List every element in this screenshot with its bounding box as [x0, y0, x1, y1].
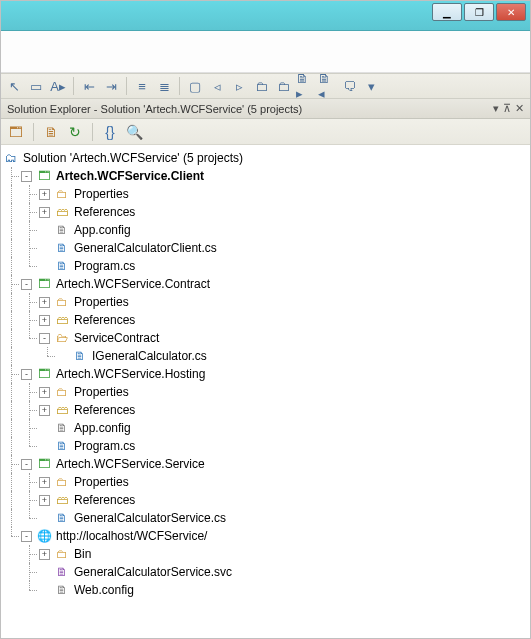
tree-guide [3, 239, 21, 257]
tree-guide [21, 293, 39, 311]
tree-item-label[interactable]: References [74, 203, 135, 221]
expand-toggle[interactable]: + [39, 315, 50, 326]
speech-icon[interactable]: 🗨 [340, 77, 358, 95]
tree-row[interactable]: -🗔Artech.WCFService.Client [3, 167, 528, 185]
tree-guide [3, 257, 21, 275]
collapse-toggle[interactable]: - [21, 531, 32, 542]
solution-tree[interactable]: 🗂Solution 'Artech.WCFService' (5 project… [1, 145, 530, 603]
tree-row[interactable]: 🗎Program.cs [3, 437, 528, 455]
tree-item-label[interactable]: http://localhost/WCFService/ [56, 527, 207, 545]
tree-row[interactable]: 🗎Program.cs [3, 257, 528, 275]
indent-icon[interactable]: ⇥ [102, 77, 120, 95]
tree-item-label[interactable]: Bin [74, 545, 91, 563]
show-all-icon[interactable]: 🗎 [42, 123, 60, 141]
bookmark-prev-icon[interactable]: ◃ [208, 77, 226, 95]
tree-item-label[interactable]: GeneralCalculatorService.cs [74, 509, 226, 527]
tree-item-label[interactable]: Properties [74, 473, 129, 491]
tree-row[interactable]: 🗎GeneralCalculatorService.cs [3, 509, 528, 527]
refresh-icon[interactable]: ↻ [66, 123, 84, 141]
panel-pin-icon[interactable]: ⊼ [503, 102, 511, 115]
window-close-button[interactable]: ✕ [496, 3, 526, 21]
collapse-toggle[interactable]: - [21, 171, 32, 182]
tree-item-label[interactable]: GeneralCalculatorService.svc [74, 563, 232, 581]
pointer-icon[interactable]: ▭ [27, 77, 45, 95]
tree-item-label[interactable]: Properties [74, 383, 129, 401]
tree-item-label[interactable]: Artech.WCFService.Service [56, 455, 205, 473]
tree-row[interactable]: +🗀Properties [3, 473, 528, 491]
text-size-icon[interactable]: A▸ [49, 77, 67, 95]
tree-row[interactable]: -🗔Artech.WCFService.Service [3, 455, 528, 473]
tree-item-label[interactable]: References [74, 311, 135, 329]
tree-item-label[interactable]: Artech.WCFService.Contract [56, 275, 210, 293]
tree-item-label[interactable]: Artech.WCFService.Client [56, 167, 204, 185]
toggle-spacer [39, 441, 50, 452]
tree-item-label[interactable]: Properties [74, 185, 129, 203]
bookmark-folder2-icon[interactable]: 🗀 [274, 77, 292, 95]
expand-toggle[interactable]: + [39, 207, 50, 218]
tree-row[interactable]: 🗎Web.config [3, 581, 528, 599]
expand-toggle[interactable]: + [39, 495, 50, 506]
collapse-toggle[interactable]: - [21, 369, 32, 380]
tree-row[interactable]: 🗎App.config [3, 419, 528, 437]
expand-toggle[interactable]: + [39, 549, 50, 560]
tree-guide [39, 347, 57, 365]
collapse-toggle[interactable]: - [21, 279, 32, 290]
tree-item-label[interactable]: ServiceContract [74, 329, 159, 347]
tree-row[interactable]: +🗀Properties [3, 185, 528, 203]
tree-row[interactable]: -🌐http://localhost/WCFService/ [3, 527, 528, 545]
tree-row[interactable]: +🗃References [3, 401, 528, 419]
comment-icon[interactable]: ≡ [133, 77, 151, 95]
expand-toggle[interactable]: + [39, 477, 50, 488]
properties-icon[interactable]: 🗔 [7, 123, 25, 141]
tree-row[interactable]: +🗃References [3, 203, 528, 221]
tree-row[interactable]: 🗎IGeneralCalculator.cs [3, 347, 528, 365]
window-maximize-button[interactable]: ❐ [464, 3, 494, 21]
doc-right-icon[interactable]: 🗎▸ [296, 77, 314, 95]
code-view-icon[interactable]: {} [101, 123, 119, 141]
bookmark-next-icon[interactable]: ▹ [230, 77, 248, 95]
tree-item-label[interactable]: References [74, 491, 135, 509]
tree-row[interactable]: 🗎GeneralCalculatorClient.cs [3, 239, 528, 257]
tree-item-label[interactable]: GeneralCalculatorClient.cs [74, 239, 217, 257]
tree-item-label[interactable]: Artech.WCFService.Hosting [56, 365, 205, 383]
tree-row[interactable]: +🗀Properties [3, 293, 528, 311]
tree-row[interactable]: 🗎GeneralCalculatorService.svc [3, 563, 528, 581]
tree-row[interactable]: -🗔Artech.WCFService.Hosting [3, 365, 528, 383]
window-minimize-button[interactable]: ▁ [432, 3, 462, 21]
tree-row[interactable]: +🗀Bin [3, 545, 528, 563]
outdent-icon[interactable]: ⇤ [80, 77, 98, 95]
tree-row[interactable]: 🗂Solution 'Artech.WCFService' (5 project… [3, 149, 528, 167]
collapse-toggle[interactable]: - [39, 333, 50, 344]
panel-dropdown-icon[interactable]: ▾ [493, 102, 499, 115]
expand-toggle[interactable]: + [39, 189, 50, 200]
toggle-spacer [39, 423, 50, 434]
tree-item-label[interactable]: Properties [74, 293, 129, 311]
dropdown-icon[interactable]: ▾ [362, 77, 380, 95]
editor-toolbar: ↖ ▭ A▸ ⇤ ⇥ ≡ ≣ ▢ ◃ ▹ 🗀 🗀 🗎▸ 🗎◂ 🗨 ▾ [1, 73, 530, 99]
tree-row[interactable]: +🗃References [3, 311, 528, 329]
tree-item-label[interactable]: Program.cs [74, 257, 135, 275]
collapse-toggle[interactable]: - [21, 459, 32, 470]
cursor-icon[interactable]: ↖ [5, 77, 23, 95]
tree-item-label[interactable]: App.config [74, 419, 131, 437]
tree-row[interactable]: -🗁ServiceContract [3, 329, 528, 347]
tree-row[interactable]: -🗔Artech.WCFService.Contract [3, 275, 528, 293]
expand-toggle[interactable]: + [39, 405, 50, 416]
tree-item-label[interactable]: Solution 'Artech.WCFService' (5 projects… [23, 149, 243, 167]
tree-item-label[interactable]: App.config [74, 221, 131, 239]
doc-left-icon[interactable]: 🗎◂ [318, 77, 336, 95]
tree-item-label[interactable]: IGeneralCalculator.cs [92, 347, 207, 365]
tree-item-label[interactable]: Program.cs [74, 437, 135, 455]
tree-item-label[interactable]: References [74, 401, 135, 419]
uncomment-icon[interactable]: ≣ [155, 77, 173, 95]
tree-row[interactable]: +🗀Properties [3, 383, 528, 401]
tree-row[interactable]: +🗃References [3, 491, 528, 509]
bookmark-icon[interactable]: ▢ [186, 77, 204, 95]
tree-item-label[interactable]: Web.config [74, 581, 134, 599]
expand-toggle[interactable]: + [39, 387, 50, 398]
tree-row[interactable]: 🗎App.config [3, 221, 528, 239]
panel-close-icon[interactable]: ✕ [515, 102, 524, 115]
class-view-icon[interactable]: 🔍 [125, 123, 143, 141]
expand-toggle[interactable]: + [39, 297, 50, 308]
bookmark-folder-icon[interactable]: 🗀 [252, 77, 270, 95]
